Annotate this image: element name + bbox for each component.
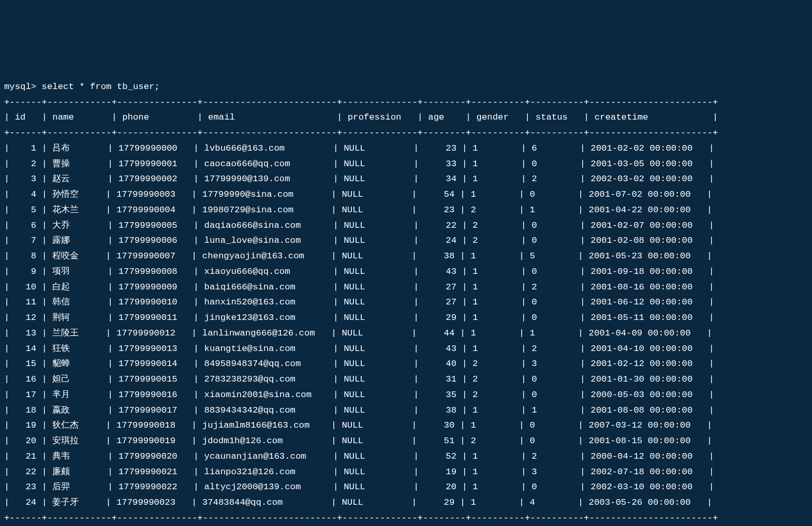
mysql-terminal[interactable]: mysql> select * from tb_user; +------+--… (0, 77, 812, 526)
result-table: +------+------------+---------------+---… (4, 97, 718, 523)
mysql-prompt: mysql> (4, 82, 42, 92)
sql-query: select * from tb_user; (42, 82, 160, 92)
